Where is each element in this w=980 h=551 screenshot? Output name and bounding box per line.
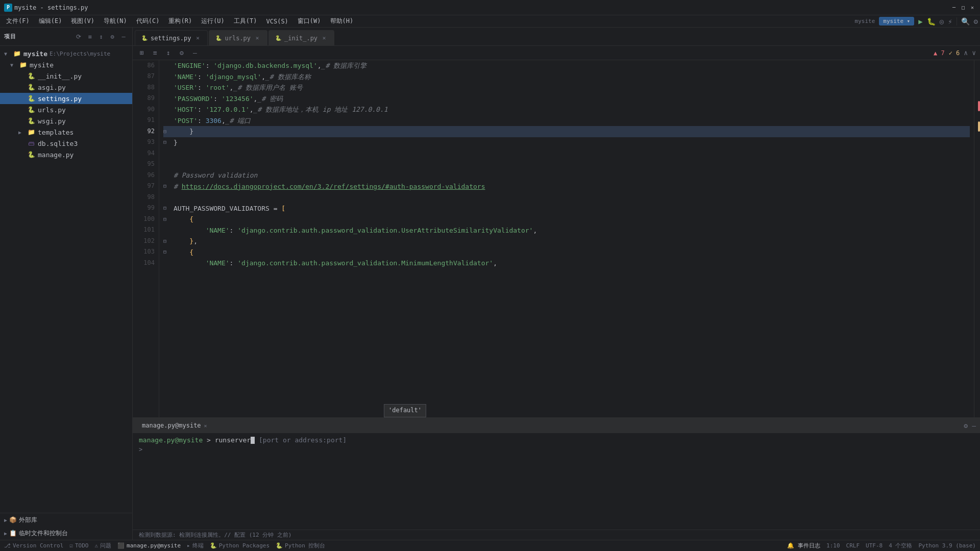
error-count[interactable]: ▲ 7 xyxy=(934,49,945,57)
editor-toolbar: ⊞ ≡ ↕ ⚙ – ▲ 7 ✓ 6 ∧ ∨ xyxy=(133,46,980,60)
code-line-98 xyxy=(163,192,970,203)
error-marker xyxy=(978,101,980,111)
status-notification[interactable]: 🔔 事件日志 xyxy=(787,542,820,549)
sidebar-collapse-icon[interactable]: – xyxy=(119,32,128,41)
toolbar-minus-icon[interactable]: – xyxy=(190,48,200,58)
problems-icon: ⚠ xyxy=(94,542,98,549)
profile-button[interactable]: ⚡ xyxy=(948,17,952,26)
linenum-100: 100 xyxy=(137,214,155,225)
status-terminal[interactable]: ▸ 终端 xyxy=(187,542,204,549)
menu-window[interactable]: 窗口(W) xyxy=(293,16,325,27)
status-python-version[interactable]: Python 3.9 (base) xyxy=(918,542,976,549)
menu-run[interactable]: 运行(U) xyxy=(197,16,229,27)
linenum-99: 99 xyxy=(137,203,155,214)
menu-file[interactable]: 文件(F) xyxy=(2,16,34,27)
terminal-minimize-icon[interactable]: – xyxy=(972,422,976,430)
tree-item-templates[interactable]: ▶ 📁 templates xyxy=(0,127,132,138)
search-button[interactable]: 🔍 xyxy=(961,17,970,26)
terminal-tab[interactable]: manage.py@mysite ✕ xyxy=(137,418,212,433)
status-version-control[interactable]: ⎇ Version Control xyxy=(4,542,63,549)
run-button[interactable]: ▶ xyxy=(918,17,922,26)
menu-tools[interactable]: 工具(T) xyxy=(230,16,261,27)
linenum-98: 98 xyxy=(137,192,155,203)
code-content[interactable]: 'ENGINE': 'django.db.backends.mysql',_# … xyxy=(159,60,974,417)
code-line-97: ⊟ # https://docs.djangoproject.com/en/3.… xyxy=(163,181,970,192)
editor-area: 🐍 settings.py ✕ 🐍 urls.py ✕ 🐍 _init_.py … xyxy=(133,28,980,540)
code-line-92: ⊟ } xyxy=(163,126,970,137)
status-position[interactable]: 1:10 xyxy=(826,542,840,549)
close-button[interactable]: ✕ xyxy=(969,4,976,11)
tree-item-project-root[interactable]: ▼ 📁 mysite E:\Projects\mysite xyxy=(0,48,132,59)
tree-item-db[interactable]: 🗃 db.sqlite3 xyxy=(0,138,132,149)
status-python-console[interactable]: 🐍 Python 控制台 xyxy=(276,542,325,549)
tree-item-mysite[interactable]: ▼ 📁 mysite xyxy=(0,59,132,70)
status-terminal-active[interactable]: ⬛ manage.py@mysite xyxy=(117,542,181,549)
linenum-103: 103 xyxy=(137,247,155,258)
code-line-95 xyxy=(163,159,970,170)
menu-navigate[interactable]: 导航(N) xyxy=(100,16,131,27)
window-controls[interactable]: ─ □ ✕ xyxy=(950,4,976,11)
settings-button[interactable]: ⚙ xyxy=(974,17,978,26)
menu-refactor[interactable]: 重构(R) xyxy=(164,16,196,27)
code-editor[interactable]: 86 87 88 89 90 91 92 93 94 95 96 97 98 9… xyxy=(133,60,980,417)
linenum-104: 104 xyxy=(137,258,155,269)
terminal-content[interactable]: manage.py@mysite > runserver [port or ad… xyxy=(133,433,980,540)
terminal-settings-icon[interactable]: ⚙ xyxy=(964,422,968,430)
status-todo[interactable]: ☑ TODO xyxy=(69,542,88,549)
tree-item-wsgi[interactable]: 🐍 wsgi.py xyxy=(0,115,132,127)
terminal-command: runserver xyxy=(215,436,251,444)
tab-init-close[interactable]: ✕ xyxy=(321,35,328,42)
menu-edit[interactable]: 编辑(E) xyxy=(35,16,66,27)
code-line-100: ⊟ { xyxy=(163,214,970,225)
tab-init[interactable]: 🐍 _init_.py ✕ xyxy=(268,30,334,45)
sidebar-sync-icon[interactable]: ⟳ xyxy=(74,32,83,41)
warning-count[interactable]: ✓ 6 xyxy=(949,49,960,57)
fold-93: ⊟ xyxy=(163,138,174,147)
status-python-packages[interactable]: 🐍 Python Packages xyxy=(210,542,270,549)
tree-item-settings[interactable]: 🐍 settings.py xyxy=(0,93,132,104)
menu-view[interactable]: 视图(V) xyxy=(67,16,99,27)
tab-settings-close[interactable]: ✕ xyxy=(194,35,201,42)
tree-label-templates: templates xyxy=(38,129,74,136)
tree-path: E:\Projects\mysite xyxy=(50,51,110,57)
tab-settings[interactable]: 🐍 settings.py ✕ xyxy=(135,30,208,45)
terminal-header-icons: ⚙ – xyxy=(964,422,976,430)
status-problems[interactable]: ⚠ 问题 xyxy=(94,542,111,549)
tab-init-label: _init_.py xyxy=(284,35,317,42)
nav-up-icon[interactable]: ∧ xyxy=(964,49,968,57)
toolbar-structure-icon[interactable]: ⊞ xyxy=(137,48,147,58)
toolbar-gear-icon[interactable]: ⚙ xyxy=(177,48,187,58)
status-indent[interactable]: 4 个空格 xyxy=(889,542,912,549)
problems-bar-text: 检测到数据源: 检测到连接属性。// 配置 (12 分钟 之前) xyxy=(139,531,291,539)
terminal-tab-close-icon[interactable]: ✕ xyxy=(204,423,207,429)
sidebar-section-scratch[interactable]: ▶ 📋 临时文件和控制台 xyxy=(0,527,132,540)
status-encoding[interactable]: UTF-8 xyxy=(866,542,883,549)
nav-down-icon[interactable]: ∨ xyxy=(972,49,976,57)
sidebar-list-icon[interactable]: ≡ xyxy=(85,32,94,41)
coverage-button[interactable]: ◎ xyxy=(940,17,944,26)
menu-vcs[interactable]: VCS(S) xyxy=(262,17,292,26)
run-config[interactable]: mysite ▾ xyxy=(879,17,914,26)
tab-urls[interactable]: 🐍 urls.py ✕ xyxy=(209,30,267,45)
menu-help[interactable]: 帮助(H) xyxy=(326,16,358,27)
tree-item-asgi[interactable]: 🐍 asgi.py xyxy=(0,82,132,93)
linenum-94: 94 xyxy=(137,148,155,159)
toolbar-sort-icon[interactable]: ↕ xyxy=(163,48,174,58)
python-console-label: Python 控制台 xyxy=(285,542,325,549)
sidebar-gear-icon[interactable]: ⚙ xyxy=(108,32,117,41)
sidebar-sort-icon[interactable]: ↕ xyxy=(96,32,106,41)
tab-urls-close[interactable]: ✕ xyxy=(254,35,261,42)
code-line-101: 'NAME': 'django.contrib.auth.password_va… xyxy=(163,225,970,236)
tree-item-urls[interactable]: 🐍 urls.py xyxy=(0,104,132,115)
menu-code[interactable]: 代码(C) xyxy=(132,16,164,27)
sidebar-section-external[interactable]: ▶ 📦 外部库 xyxy=(0,513,132,527)
toolbar-list-icon[interactable]: ≡ xyxy=(150,48,160,58)
debug-button[interactable]: 🐛 xyxy=(927,17,936,26)
sidebar-toolbar: ⟳ ≡ ↕ ⚙ – xyxy=(74,32,128,41)
minimize-button[interactable]: ─ xyxy=(950,4,958,11)
tree-item-init[interactable]: 🐍 __init__.py xyxy=(0,70,132,82)
sidebar-scratch-label: 临时文件和控制台 xyxy=(19,529,68,538)
maximize-button[interactable]: □ xyxy=(960,4,967,11)
status-line-ending[interactable]: CRLF xyxy=(846,542,860,549)
tree-item-manage[interactable]: 🐍 manage.py xyxy=(0,149,132,160)
